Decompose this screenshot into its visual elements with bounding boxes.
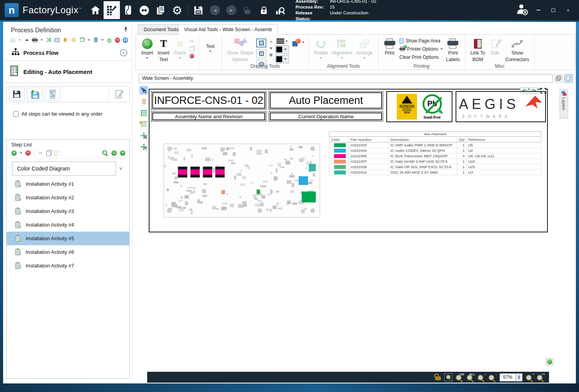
image-export-icon[interactable]: ❐ <box>79 37 85 43</box>
step-list-item[interactable]: Installation Activity #6 <box>7 245 129 259</box>
save-icon[interactable] <box>190 1 207 19</box>
bell-icon[interactable] <box>63 37 69 43</box>
zoom-level-spinner[interactable]: 57% <box>500 373 523 381</box>
cut-icon: ✂ <box>37 150 43 156</box>
zoom-100-icon[interactable]: 100 <box>456 374 463 381</box>
remove-icon[interactable]: − <box>115 37 120 43</box>
any-order-checkbox[interactable] <box>13 111 19 117</box>
save-step-button[interactable] <box>9 88 25 101</box>
show-connectors-button[interactable]: ShowConnectors <box>503 37 531 63</box>
search-binoculars-icon[interactable]: ●● <box>24 37 30 43</box>
delete-caret-icon[interactable] <box>101 39 104 41</box>
publish-web-icon[interactable]: ◍ <box>106 37 112 43</box>
select-move-tool-icon[interactable] <box>139 86 148 95</box>
layout-list-tool-icon[interactable] <box>139 120 148 128</box>
discard-button[interactable] <box>45 88 60 101</box>
step-list-item[interactable]: Installation Activity #7 <box>7 259 129 272</box>
print-labels-button[interactable]: PrintLabels <box>444 37 462 63</box>
printer-options-button[interactable]: ?Printer Options <box>399 46 443 52</box>
scroll-bottom-icon[interactable] <box>268 53 274 58</box>
print-icon[interactable] <box>32 37 38 43</box>
zoom-step-icon[interactable] <box>102 150 108 156</box>
pin-icon[interactable] <box>123 26 128 34</box>
step-list-item[interactable]: Installation Activity #4 <box>7 218 129 232</box>
chevron-down-icon[interactable]: ˅ <box>119 166 122 172</box>
shuffle-icon[interactable]: ⤨ <box>46 37 51 43</box>
tab-document-tools[interactable]: Document Tools <box>138 24 184 35</box>
home-icon[interactable] <box>87 1 104 19</box>
maximize-button[interactable] <box>549 6 558 14</box>
document-page[interactable]: ↶ ↷ INFORCE-CNS-01 - 02 Assembly Name an… <box>149 89 548 232</box>
remove-shape-icon[interactable]: − <box>190 54 194 58</box>
step-list-item[interactable]: Installation Activity #5 <box>7 232 129 245</box>
zoom-all-icon[interactable]: ALL <box>467 374 474 381</box>
zoom-out-icon[interactable]: - <box>489 374 496 381</box>
documents-icon[interactable] <box>153 1 169 19</box>
edit-document-button[interactable] <box>565 74 573 83</box>
move-up-icon[interactable]: ▲ <box>111 150 117 156</box>
close-button[interactable]: × <box>563 6 573 14</box>
expand-down-icon[interactable]: ▼ <box>120 49 127 56</box>
layers-tab[interactable]: Layers <box>560 89 568 119</box>
lock-close-icon[interactable]: ✕ <box>256 1 272 19</box>
insert-text-button[interactable]: T InsertText <box>155 37 172 63</box>
pan-hand-tool-icon[interactable] <box>139 97 148 106</box>
zoom-in-fast-icon[interactable]: ++ <box>537 374 544 381</box>
copy-icon[interactable] <box>46 151 51 156</box>
step-list-item[interactable]: Installation Activity #3 <box>7 204 129 218</box>
rounded-rectangle-shape-button[interactable] <box>256 49 266 58</box>
refresh-view-button[interactable] <box>546 358 553 366</box>
image-export-caret-icon[interactable] <box>88 39 90 41</box>
process-flow-row[interactable]: Process Flow ▼ <box>4 45 132 61</box>
rectangle-shape-button[interactable] <box>256 39 266 47</box>
audit-search-icon[interactable] <box>272 1 289 19</box>
gear-icon[interactable]: ⚙ <box>71 37 77 43</box>
add-step-caret-icon[interactable] <box>20 152 22 154</box>
document-name-input[interactable] <box>139 74 553 83</box>
insert-button[interactable]: → Insert <box>139 37 155 60</box>
settings-gear-icon[interactable]: ⚙ <box>169 1 185 19</box>
save-export-button[interactable] <box>27 88 42 101</box>
minimize-button[interactable] <box>534 6 543 14</box>
show-page-area-button[interactable]: Show Page Area <box>399 38 441 44</box>
line-color-picker[interactable] <box>275 45 289 54</box>
link-to-bom-button[interactable]: Link ToBOM <box>468 37 487 63</box>
move-down-icon[interactable]: ▼ <box>120 150 125 156</box>
add-step-icon[interactable]: + <box>11 150 17 156</box>
zoom-out-fast-icon[interactable]: -- <box>478 374 485 381</box>
process-definition-icon[interactable] <box>104 1 120 19</box>
zoom-lock-icon[interactable] <box>435 376 441 380</box>
zoom-spinner-arrows[interactable] <box>516 373 523 381</box>
tab-visual-aid-tools[interactable]: Visual Aid Tools - Wide Screen - Assemb <box>178 24 278 35</box>
move-filter-tool-icon[interactable] <box>139 142 148 151</box>
pause-icon[interactable]: ❚❚ <box>123 37 128 43</box>
duplicate-document-button[interactable] <box>554 74 563 83</box>
delete-bucket-icon[interactable] <box>93 37 99 43</box>
move-cancel-tool-icon[interactable] <box>139 131 148 140</box>
zoom-in-icon[interactable]: + <box>526 374 533 381</box>
grid-tool-icon[interactable] <box>139 109 148 117</box>
shape-style-dropdown[interactable] <box>292 39 304 46</box>
scroll-down-icon[interactable] <box>268 46 274 51</box>
line-width-dropdown[interactable] <box>276 39 288 44</box>
esd-warning-icon: ATTENTION OBSERVE PRECAUTIONS FOR HANDLI… <box>397 94 417 120</box>
alignment-icon <box>337 39 347 48</box>
design-canvas[interactable]: Layers ↶ ↷ INFORCE-CNS-01 - 02 Assembly … <box>139 83 570 372</box>
presentation-icon[interactable] <box>54 37 60 43</box>
print-button[interactable]: Print <box>382 37 398 57</box>
zoom-selection-icon[interactable] <box>444 373 452 381</box>
step-list-item[interactable]: Installation Activity #2 <box>7 191 129 204</box>
user-logout-icon[interactable] <box>516 3 528 17</box>
navigator-icon[interactable] <box>136 1 153 19</box>
zoom-level-value[interactable]: 57% <box>500 373 516 381</box>
fill-color-picker[interactable] <box>275 55 289 63</box>
clear-print-options-button[interactable]: Clear Print Options <box>399 54 440 60</box>
add-caret-icon <box>19 39 21 41</box>
remove-step-icon[interactable]: − <box>25 150 31 156</box>
print-caret-icon[interactable] <box>40 39 43 41</box>
text-button[interactable]: Text <box>202 37 218 53</box>
step-list-item[interactable]: Installation Activity #1 <box>7 177 129 191</box>
edit-notes-button[interactable] <box>111 88 127 101</box>
step-type-dropdown[interactable]: Color Coded Diagram <box>12 162 116 176</box>
materials-icon[interactable] <box>120 1 136 19</box>
